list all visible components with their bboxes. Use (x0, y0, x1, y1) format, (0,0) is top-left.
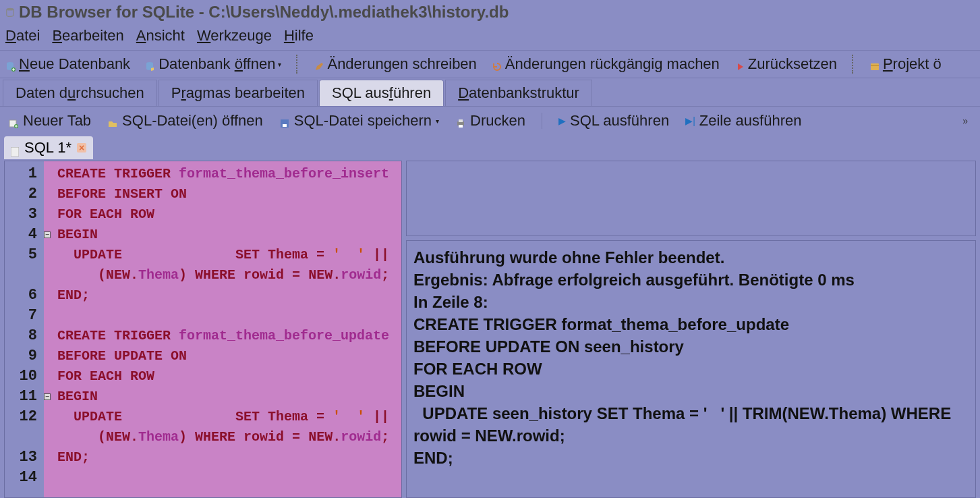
line-number-gutter: 12345 6789101112 1314 (5, 161, 44, 497)
menu-hilfe[interactable]: Hilfe (284, 27, 314, 45)
menu-werkzeuge[interactable]: Werkzeuge (197, 27, 272, 45)
fold-toggle-icon[interactable]: − (44, 231, 51, 238)
sql-editor-pane: 12345 6789101112 1314 − − CREATE TRIGGER… (4, 161, 402, 498)
tab-datenbankstruktur[interactable]: Datenbankstruktur (445, 80, 592, 106)
reset-button[interactable]: Zurücksetzen (734, 55, 837, 73)
tab-pragmas-bearbeiten[interactable]: Pragmas bearbeiten (158, 80, 318, 106)
menu-bar: Datei Bearbeiten Ansicht Werkzeuge Hilfe (0, 24, 980, 50)
run-sql-button[interactable]: ▶ SQL ausführen (558, 112, 669, 130)
save-sql-file-button[interactable]: SQL-Datei speichern ▾ (279, 112, 439, 130)
svg-rect-8 (283, 124, 287, 127)
play-step-icon: ▶| (685, 115, 695, 126)
main-toolbar: Neue Datenbank Datenbank öffnen ▾ Änderu… (0, 50, 980, 78)
results-column: Ausführung wurde ohne Fehler beendet. Er… (406, 161, 976, 498)
new-tab-button[interactable]: Neuer Tab (8, 112, 91, 130)
write-changes-icon (314, 59, 324, 70)
play-icon: ▶ (558, 115, 566, 126)
sql-tab-label: SQL 1* (24, 139, 71, 157)
reset-icon (734, 59, 745, 70)
tab-sql-ausfuehren[interactable]: SQL ausführen (319, 80, 444, 106)
open-database-button[interactable]: Datenbank öffnen ▾ (145, 55, 281, 73)
svg-rect-11 (459, 125, 463, 128)
toolbar-divider (852, 55, 855, 74)
new-database-icon (5, 59, 16, 70)
sql-code-editor[interactable]: CREATE TRIGGER format_thema_before_inser… (53, 161, 401, 497)
open-project-button[interactable]: Projekt ö (869, 55, 942, 73)
window-title: DB Browser for SQLite - C:\Users\Neddy\.… (19, 3, 509, 22)
write-changes-button[interactable]: Änderungen schreiben (314, 55, 476, 73)
database-icon (5, 7, 15, 17)
toolbar-divider (296, 55, 299, 74)
close-tab-button[interactable]: × (77, 143, 86, 153)
tab-daten-durchsuchen[interactable]: Daten durchsuchen (3, 80, 157, 106)
new-database-button[interactable]: Neue Datenbank (5, 55, 130, 73)
run-line-button[interactable]: ▶| Zeile ausführen (685, 112, 801, 130)
title-bar: DB Browser for SQLite - C:\Users\Neddy\.… (0, 0, 980, 24)
open-sql-file-button[interactable]: SQL-Datei(en) öffnen (107, 112, 263, 130)
open-project-icon (869, 59, 880, 70)
dropdown-chevron-icon: ▾ (278, 61, 281, 68)
sql-file-icon (11, 143, 19, 153)
print-button[interactable]: Drucken (455, 112, 525, 130)
menu-datei[interactable]: Datei (5, 27, 40, 45)
open-file-icon (107, 115, 118, 126)
sql-tab-1[interactable]: SQL 1* × (4, 136, 93, 159)
fold-column: − − (44, 161, 53, 497)
sql-toolbar: Neuer Tab SQL-Datei(en) öffnen SQL-Datei… (0, 106, 980, 135)
revert-changes-icon (492, 59, 502, 70)
new-tab-icon (8, 115, 19, 126)
print-icon (455, 115, 466, 126)
save-file-icon (279, 115, 290, 126)
dropdown-chevron-icon: ▾ (436, 117, 439, 125)
svg-rect-10 (459, 119, 463, 122)
toolbar-separator (542, 113, 542, 129)
results-log[interactable]: Ausführung wurde ohne Fehler beendet. Er… (406, 240, 976, 498)
svg-point-0 (7, 8, 14, 11)
menu-bearbeiten[interactable]: Bearbeiten (52, 27, 123, 45)
svg-rect-4 (871, 63, 879, 70)
main-tabs: Daten durchsuchen Pragmas bearbeiten SQL… (0, 78, 980, 106)
workspace: 12345 6789101112 1314 − − CREATE TRIGGER… (0, 161, 980, 498)
results-grid[interactable] (406, 161, 976, 236)
sql-file-tabs: SQL 1* × (0, 135, 980, 161)
revert-changes-button[interactable]: Änderungen rückgängig machen (492, 55, 720, 73)
svg-rect-12 (11, 147, 19, 157)
menu-ansicht[interactable]: Ansicht (136, 27, 185, 45)
open-database-icon (145, 59, 156, 70)
toolbar-overflow-button[interactable]: » (962, 115, 972, 126)
fold-toggle-icon[interactable]: − (44, 393, 51, 400)
